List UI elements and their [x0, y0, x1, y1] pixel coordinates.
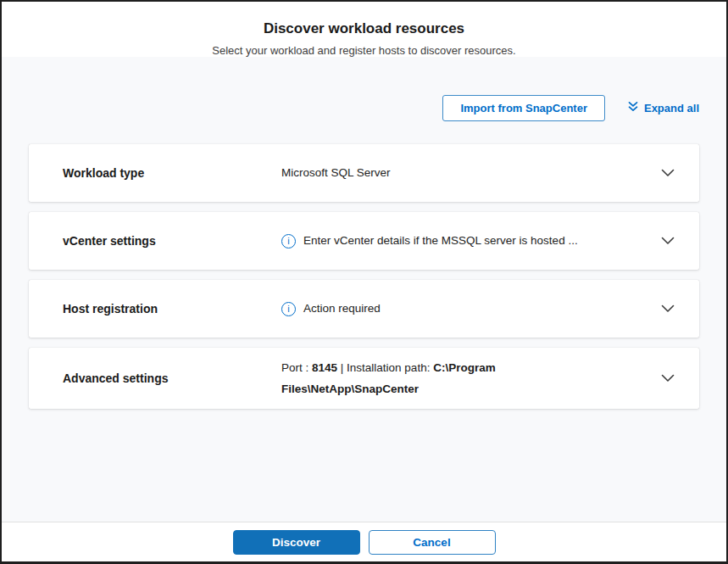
page-title: Discover workload resources	[2, 20, 726, 37]
info-icon: i	[281, 234, 296, 248]
chevron-down-icon[interactable]	[647, 299, 677, 318]
installation-path-label: | Installation path:	[337, 361, 433, 374]
accordion-label: Workload type	[63, 166, 281, 180]
vcenter-summary-text: Enter vCenter details if the MSSQL serve…	[303, 232, 578, 249]
main-content: Import from SnapCenter Expand all Worklo…	[2, 57, 726, 522]
host-registration-status: Action required	[303, 300, 381, 317]
chevron-down-icon[interactable]	[647, 369, 677, 388]
page-subtitle: Select your workload and register hosts …	[2, 44, 726, 57]
cancel-button[interactable]: Cancel	[369, 530, 496, 555]
accordion-list: Workload type Microsoft SQL Server vCent…	[29, 144, 699, 409]
workload-type-value: Microsoft SQL Server	[281, 165, 391, 181]
chevron-down-icon[interactable]	[647, 164, 677, 182]
footer-actions: Discover Cancel	[2, 522, 726, 561]
accordion-summary: i Enter vCenter details if the MSSQL ser…	[281, 232, 647, 249]
import-from-snapcenter-button[interactable]: Import from SnapCenter	[442, 95, 605, 121]
discover-button[interactable]: Discover	[233, 530, 360, 555]
toolbar: Import from SnapCenter Expand all	[29, 94, 699, 121]
page-header: Discover workload resources Select your …	[2, 2, 726, 57]
accordion-workload-type[interactable]: Workload type Microsoft SQL Server	[29, 144, 699, 202]
port-value: 8145	[312, 361, 337, 374]
advanced-settings-summary: Port : 8145 | Installation path: C:\Prog…	[281, 357, 529, 399]
discover-workload-page: Discover workload resources Select your …	[0, 0, 728, 564]
expand-all-link[interactable]: Expand all	[627, 100, 699, 115]
accordion-label: Advanced settings	[63, 371, 281, 385]
accordion-label: Host registration	[63, 302, 281, 316]
accordion-label: vCenter settings	[63, 234, 281, 248]
accordion-summary: Port : 8145 | Installation path: C:\Prog…	[281, 357, 647, 399]
accordion-summary: i Action required	[281, 300, 647, 317]
expand-all-label: Expand all	[644, 102, 699, 114]
chevron-down-icon[interactable]	[647, 232, 677, 250]
accordion-summary: Microsoft SQL Server	[281, 165, 647, 181]
port-label: Port :	[281, 361, 312, 374]
accordion-host-registration[interactable]: Host registration i Action required	[29, 280, 699, 338]
accordion-vcenter-settings[interactable]: vCenter settings i Enter vCenter details…	[29, 212, 699, 270]
accordion-advanced-settings[interactable]: Advanced settings Port : 8145 | Installa…	[29, 348, 699, 409]
info-icon: i	[281, 302, 296, 316]
double-chevron-down-icon	[627, 100, 639, 115]
